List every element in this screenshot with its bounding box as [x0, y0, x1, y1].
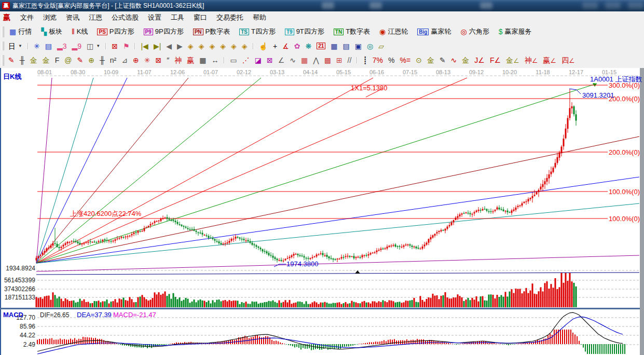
close-button[interactable] — [628, 2, 643, 9]
period-selector-button[interactable]: 日▼ — [6, 42, 24, 51]
fan-grid-button[interactable]: ⊠ — [265, 56, 275, 65]
menu-item-window[interactable]: 窗口 — [189, 12, 212, 23]
n-square-button[interactable]: n² — [108, 56, 118, 65]
zoom-left-button[interactable]: ◈ — [186, 42, 196, 51]
t9-square-button[interactable]: T99T四方形 — [282, 26, 327, 37]
fan-box-button[interactable]: ◪ — [253, 56, 264, 65]
maximize-button[interactable] — [605, 2, 621, 9]
pencil-note-button[interactable]: ✎ — [437, 56, 448, 65]
gann-web-button[interactable]: ✳ — [142, 56, 153, 65]
pan-hand-button[interactable]: ☝ — [257, 42, 270, 51]
calendar-button[interactable]: 21 — [314, 42, 327, 50]
candle-style-button[interactable]: ◫▼ — [85, 42, 102, 51]
web-analysis-button[interactable]: ❋ — [303, 42, 313, 51]
angle-f-button[interactable]: F∠ — [488, 56, 503, 65]
minute-marks-button[interactable]: ″ — [165, 56, 171, 65]
price-ladder-button[interactable]: ┋ — [361, 56, 369, 65]
chart-area[interactable]: 08-0108-3010-0911-0712-0601-0702-1203-13… — [0, 68, 644, 355]
menu-item-trade-orders[interactable]: 交易委托 — [212, 12, 248, 23]
go-first-button[interactable]: |◀ — [139, 42, 150, 51]
slope-percent-button[interactable]: 7% — [371, 56, 385, 65]
compress-all-button[interactable]: ◈ — [240, 42, 250, 51]
fib-lines-button[interactable]: F — [53, 56, 62, 65]
magic-tool-button[interactable]: ✿ — [292, 42, 303, 51]
angle-line-button[interactable]: ∠ — [276, 56, 287, 65]
expand-all-button[interactable]: ◈ — [229, 42, 239, 51]
memo-button[interactable]: ▤ — [341, 42, 352, 51]
zoom-right-button[interactable]: ◈ — [197, 42, 207, 51]
winner-wheel-button[interactable]: Big赢家轮 — [414, 26, 454, 37]
angle-si-button[interactable]: 四∠ — [559, 56, 577, 65]
menu-item-news[interactable]: 资讯 — [61, 12, 84, 23]
toolbar-grip[interactable] — [2, 42, 4, 51]
calculator-button[interactable]: ▦ — [328, 42, 339, 51]
angle-j-button[interactable]: J∠ — [472, 56, 487, 65]
save-button[interactable]: ▣ — [353, 42, 364, 51]
spiral-button[interactable]: @ — [62, 56, 74, 65]
toolbar-grip[interactable] — [2, 26, 4, 37]
sectors-button[interactable]: ▚板块 — [38, 26, 65, 37]
p-digit-table-button[interactable]: PNP数字表 — [190, 26, 234, 37]
quotes-button[interactable]: ▦行情 — [6, 26, 35, 37]
p-square-button[interactable]: PSP四方形 — [94, 26, 137, 37]
shen-tool-button[interactable]: 神 — [172, 56, 184, 65]
rect-select-button[interactable]: ▭ — [228, 56, 239, 65]
info-panel-button[interactable]: ▤ — [43, 42, 54, 51]
page-next-button[interactable]: ▶ — [175, 42, 185, 51]
gann-target-button[interactable]: ⊕ — [131, 56, 141, 65]
overview-map-button[interactable]: ✳ — [32, 42, 42, 51]
title-bar[interactable]: 赢 赢家江恩专业版[赢家内部服务平台] - [上证指数 SH1A0001-362… — [0, 0, 644, 11]
grid-dense-button[interactable]: ▩ — [322, 56, 333, 65]
gann-grid-x-button[interactable]: ⊠ — [153, 56, 163, 65]
go-last-button[interactable]: ▶| — [152, 42, 163, 51]
tick-lines-2-button[interactable]: ╫ — [98, 56, 107, 65]
web-sync-button[interactable]: ◎ — [365, 42, 375, 51]
ex-rights-button[interactable]: ⊠ — [109, 42, 120, 51]
gann-fan-button[interactable]: ⋰ — [240, 56, 252, 65]
ying-tool-button[interactable]: 赢 — [185, 56, 196, 65]
t-digit-table-button[interactable]: TNT数字表 — [331, 26, 373, 37]
kline-button[interactable]: ‖K线 — [68, 26, 91, 37]
menu-item-gann[interactable]: 江恩 — [84, 12, 107, 23]
gold-circle-button[interactable]: ⊙ — [414, 56, 424, 65]
gold-section-button[interactable]: 金 — [28, 56, 39, 65]
grid-frame-button[interactable]: ⊞ — [334, 56, 345, 65]
t-square-button[interactable]: TST四方形 — [236, 26, 279, 37]
crosshair-button[interactable]: + — [271, 42, 279, 51]
compress-h-button[interactable]: ◈ — [218, 42, 228, 51]
angle-ying-button[interactable]: 赢∠ — [541, 56, 558, 65]
pencil-button[interactable]: ✎ — [6, 56, 17, 65]
gann-wheel-button[interactable]: ◉江恩轮 — [376, 26, 411, 37]
grid-small-button[interactable]: ▦ — [299, 56, 310, 65]
percent-measure-button[interactable]: % — [386, 56, 396, 65]
pane-splitter[interactable] — [0, 308, 640, 309]
kline-chart-canvas[interactable]: 08-0108-3010-0911-0712-0601-0702-1203-13… — [0, 68, 644, 355]
hexagon-button[interactable]: ◎六角形 — [457, 26, 492, 37]
menu-item-help[interactable]: 帮助 — [248, 12, 271, 23]
toolbar-grip[interactable] — [2, 55, 4, 66]
right-scroll-strip[interactable] — [640, 68, 644, 355]
angle-shen-button[interactable]: 神∠ — [523, 56, 540, 65]
minichart-9-button[interactable]: ▂9 — [70, 42, 84, 51]
angle-mirror-button[interactable]: ⊿ — [119, 56, 130, 65]
gold-underline-button[interactable]: 金 — [460, 56, 471, 65]
menu-item-settings[interactable]: 设置 — [143, 12, 166, 23]
color-marks-button[interactable]: ⚑ — [121, 42, 132, 51]
expand-h-button[interactable]: ◈ — [207, 42, 217, 51]
data-export-button[interactable]: ▱ — [376, 42, 386, 51]
gold-lines-button[interactable]: 金 — [425, 56, 436, 65]
wave-line-button[interactable]: ∿ — [287, 56, 298, 65]
wave-mark-button[interactable]: ∿ — [449, 56, 459, 65]
menu-item-browse[interactable]: 浏览 — [38, 12, 61, 23]
menu-item-formula-picker[interactable]: 公式选股 — [107, 12, 143, 23]
menu-item-tools[interactable]: 工具 — [166, 12, 189, 23]
angle-measure-button[interactable]: ∡ — [280, 42, 291, 51]
gold-section-2-button[interactable]: 金 — [40, 56, 52, 65]
number-table-button[interactable]: ▦ — [197, 56, 208, 65]
parallel-lines-button[interactable]: // — [346, 56, 354, 65]
minichart-3-button[interactable]: ▂3 — [55, 42, 69, 51]
p9-square-button[interactable]: P99P四方形 — [141, 26, 187, 37]
width-measure-button[interactable]: ↔ — [209, 56, 221, 65]
menu-item-file[interactable]: 文件 — [16, 12, 38, 23]
percent-levels-button[interactable]: %= — [398, 56, 413, 65]
